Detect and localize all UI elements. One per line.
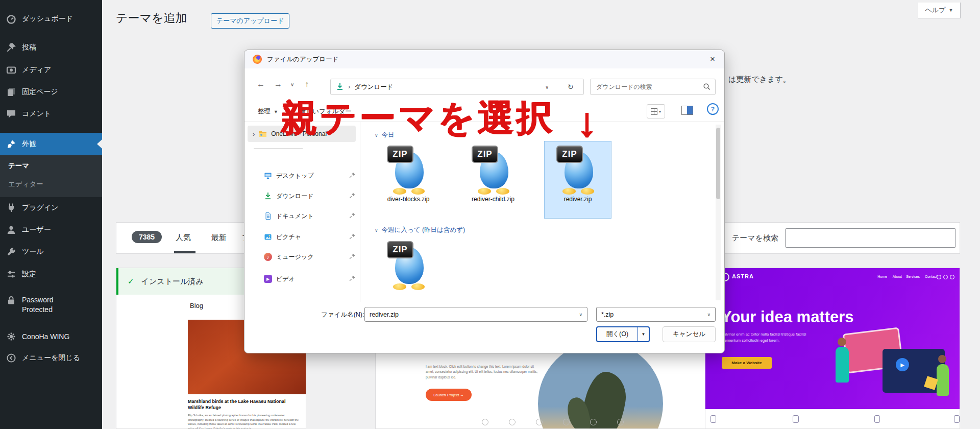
back-arrow-icon[interactable]: ← <box>257 80 265 89</box>
sidebar-item-pages[interactable]: 固定ページ <box>0 82 102 102</box>
refresh-icon[interactable]: ↻ <box>568 83 574 91</box>
help-icon[interactable]: ? <box>707 103 719 115</box>
sidebar-item-users[interactable]: ユーザー <box>0 220 102 240</box>
up-arrow-icon[interactable]: ↑ <box>305 80 309 89</box>
collapse-arrow-icon <box>6 353 16 363</box>
astra-heading: Your idea matters <box>721 308 854 326</box>
footer-icon <box>793 415 798 423</box>
sidebar-item-label: Password Protected <box>22 295 82 315</box>
group-header-this-week[interactable]: ∨ 今週に入って (昨日は含めず) <box>375 226 465 234</box>
open-dropdown-icon[interactable]: ▼ <box>638 332 649 337</box>
tree-item-label: ダウンロード <box>276 192 356 201</box>
tab-popular[interactable]: 人気 <box>176 233 191 243</box>
pushpin-icon <box>6 42 16 53</box>
pin-icon <box>349 172 357 180</box>
sidebar-item-media[interactable]: メディア <box>0 60 102 80</box>
scrollbar-thumb[interactable] <box>716 128 720 199</box>
footer-icon <box>874 415 880 423</box>
group-header-today[interactable]: ∨ 今日 <box>375 131 395 139</box>
search-box[interactable] <box>590 79 716 95</box>
filename-value: rediver.zip <box>370 311 399 318</box>
mini-headline: Marshland birds at the Lake Havasu Natio… <box>188 398 295 411</box>
tree-item-pictures[interactable]: ピクチャ <box>248 229 356 245</box>
astra-social-icons <box>937 275 954 279</box>
zip-badge: ZIP <box>556 146 583 163</box>
search-icon <box>703 83 711 91</box>
upload-theme-button[interactable]: テーマのアップロード <box>211 13 289 29</box>
sidebar-item-posts[interactable]: 投稿 <box>0 38 102 57</box>
grid-view-icon <box>651 108 657 115</box>
folder-icon <box>259 130 267 138</box>
pin-icon <box>349 212 357 220</box>
sidebar-item-plugins[interactable]: プラグイン <box>0 198 102 218</box>
tree-item-label: OneDrive - Personal <box>271 130 356 137</box>
sliders-icon <box>6 269 16 279</box>
help-button[interactable]: ヘルプ ▼ <box>918 3 961 18</box>
sidebar-item-comments[interactable]: コメント <box>0 104 102 124</box>
address-bar[interactable]: › ダウンロード ∨ ↻ <box>330 79 584 95</box>
tree-item-desktop[interactable]: デスクトップ <box>248 168 356 184</box>
filetype-combobox[interactable]: *.zip ∨ <box>596 307 716 322</box>
document-icon <box>264 212 272 220</box>
page-title: テーマを追加 <box>116 10 187 26</box>
history-chevron-icon[interactable]: ∨ <box>290 82 294 87</box>
tree-item-label: ビデオ <box>276 275 356 283</box>
submenu-item-themes[interactable]: テーマ <box>8 161 29 171</box>
search-input[interactable] <box>595 83 697 91</box>
active-menu-notch <box>97 139 102 149</box>
tree-item-videos[interactable]: ▶ ビデオ <box>248 271 356 287</box>
chevron-down-icon: ∨ <box>707 312 710 317</box>
pin-icon <box>349 192 357 200</box>
wp-admin-sidebar: ダッシュボード 投稿 メディア 固定ページ コメント 外観 テーマ エディター <box>0 0 102 429</box>
file-tile-rediver-child[interactable]: ZIP rediver-child.zip <box>459 141 527 219</box>
sidebar-item-appearance[interactable]: 外観 <box>0 133 102 155</box>
astra-card-footer <box>705 409 960 428</box>
view-mode-button[interactable]: ▾ <box>647 104 665 118</box>
tree-item-label: ドキュメント <box>276 212 356 221</box>
organize-menu[interactable]: 整理 ▼ <box>258 107 278 116</box>
tree-item-downloads[interactable]: ダウンロード <box>248 188 356 204</box>
preview-pane-icon[interactable] <box>681 106 693 115</box>
wrench-icon <box>6 247 16 257</box>
tree-divider <box>254 148 303 149</box>
tab-latest[interactable]: 最新 <box>211 233 227 243</box>
sidebar-item-tools[interactable]: ツール <box>0 242 102 261</box>
group-label: 今日 <box>382 131 395 139</box>
open-button-label: 開く(O) <box>597 330 638 339</box>
file-name: rediver.zip <box>545 196 611 203</box>
sidebar-item-conoha-wing[interactable]: ConoHa WING <box>0 327 102 346</box>
installed-banner-label: インストール済み <box>141 277 204 287</box>
file-pane-scrollbar[interactable] <box>716 125 721 300</box>
new-folder-button[interactable]: 新しいフォルダー <box>300 107 352 116</box>
sidebar-item-label: コメント <box>22 109 51 118</box>
close-icon[interactable]: × <box>710 54 715 64</box>
lock-icon <box>6 295 16 305</box>
sidebar-item-collapse-menu[interactable]: メニューを閉じる <box>0 348 102 368</box>
submenu-item-editor[interactable]: エディター <box>8 180 43 189</box>
sidebar-item-label: 投稿 <box>22 43 36 52</box>
theme-search-input[interactable] <box>785 228 956 248</box>
filename-combobox[interactable]: rediver.zip ∨ <box>364 307 587 322</box>
sidebar-item-password-protected[interactable]: Password Protected <box>0 292 102 321</box>
tree-item-documents[interactable]: ドキュメント <box>248 208 356 224</box>
group-label: 今週に入って (昨日は含めず) <box>382 226 465 234</box>
file-tile-rediver-selected[interactable]: ZIP rediver.zip <box>544 141 611 219</box>
sidebar-item-dashboard[interactable]: ダッシュボード <box>0 9 102 29</box>
open-button[interactable]: 開く(O) ▼ <box>596 326 650 342</box>
cancel-button[interactable]: キャンセル <box>663 326 716 342</box>
tree-item-onedrive[interactable]: › OneDrive - Personal <box>248 126 356 142</box>
forward-arrow-icon[interactable]: → <box>274 80 282 89</box>
mini-paragraph: Flip Schulke, an acclaimed photographer … <box>188 413 301 429</box>
address-dropdown-icon[interactable]: ∨ <box>545 84 549 90</box>
tree-item-music[interactable]: ♪ ミュージック <box>248 249 356 265</box>
sidebar-item-label: 外観 <box>22 139 36 149</box>
pin-icon <box>349 275 357 283</box>
file-tile-partial[interactable]: ZIP <box>375 237 442 290</box>
sidebar-item-label: 固定ページ <box>22 87 58 97</box>
sidebar-item-settings[interactable]: 設定 <box>0 265 102 284</box>
dialog-titlebar[interactable]: ファイルのアップロード × <box>244 50 724 68</box>
chevron-right-icon[interactable]: › <box>253 130 255 138</box>
chevron-down-icon: ▼ <box>949 8 953 13</box>
file-tile-diver-blocks[interactable]: ZIP diver-blocks.zip <box>375 141 442 219</box>
theme-card-astra[interactable]: ASTRA Home About Services Contact Your i… <box>705 268 960 429</box>
